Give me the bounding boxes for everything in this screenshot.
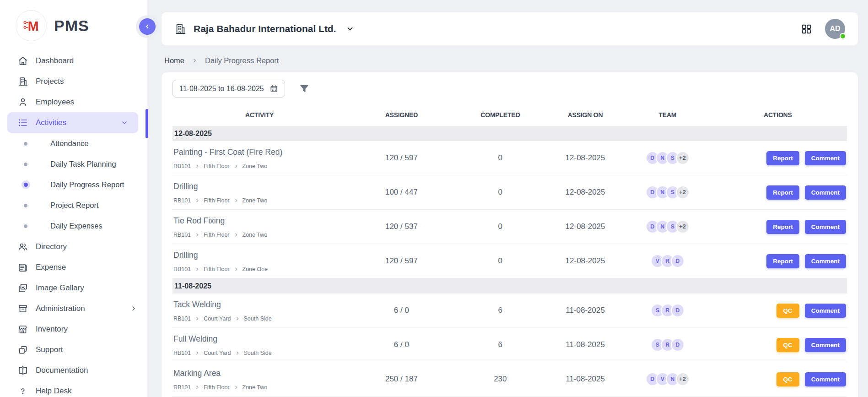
- sidebar-item-support[interactable]: Support: [0, 339, 147, 360]
- completed-cell: 6: [457, 340, 545, 349]
- sidebar-item-employees[interactable]: Employees: [0, 92, 147, 112]
- path-segment: Zone Two: [243, 384, 268, 391]
- assign-on-cell: 12-08-2025: [544, 222, 626, 231]
- sidebar-item-daily-task-planning[interactable]: Daily Task Planning: [0, 154, 147, 174]
- calendar-icon: [270, 84, 278, 93]
- completed-cell: 0: [457, 222, 545, 231]
- building-icon: [17, 76, 28, 87]
- actions-cell: ReportComment: [709, 220, 847, 234]
- sidebar: M PMS DashboardProjectsEmployeesActiviti…: [0, 0, 148, 397]
- brand: M PMS: [0, 0, 147, 47]
- list-icon: [17, 117, 28, 128]
- chevron-right-icon: [195, 385, 199, 390]
- date-group-header: 11-08-2025: [173, 278, 847, 294]
- sidebar-item-dashboard[interactable]: Dashboard: [0, 50, 147, 71]
- assign-on-cell: 11-08-2025: [544, 306, 626, 315]
- actions-cell: QCComment: [709, 372, 847, 386]
- activity-path: RB101Court YardSouth Side: [173, 315, 346, 322]
- activity-cell: DrillingRB101Fifth FloorZone One: [173, 250, 346, 272]
- table-row: DrillingRB101Fifth FloorZone One120 / 59…: [173, 244, 847, 278]
- sidebar-item-label: Support: [36, 345, 63, 354]
- active-section-indicator: [146, 109, 148, 138]
- comment-button[interactable]: Comment: [805, 372, 846, 386]
- sidebar-item-label: Help Desk: [36, 386, 71, 396]
- col-team: TEAM: [626, 111, 709, 119]
- chevron-down-icon: [346, 25, 354, 33]
- comment-button[interactable]: Comment: [805, 220, 846, 234]
- sidebar-item-inventory[interactable]: Inventory: [0, 319, 147, 339]
- assign-on-cell: 11-08-2025: [544, 340, 626, 349]
- sidebar-item-label: Attendance: [50, 139, 88, 148]
- activity-path: RB101Fifth FloorZone Two: [173, 384, 346, 391]
- team-more-badge[interactable]: +2: [676, 151, 690, 165]
- sidebar-item-attendance[interactable]: Attendance: [0, 133, 147, 154]
- sidebar-item-daily-expenses[interactable]: Daily Expenses: [0, 216, 147, 236]
- date-range-value: 11-08-2025 to 16-08-2025: [179, 85, 264, 93]
- chevron-right-icon: [195, 198, 199, 203]
- breadcrumb-home-link[interactable]: Home: [164, 56, 184, 65]
- filter-funnel-icon[interactable]: [299, 83, 310, 94]
- chevron-right-icon: [195, 267, 199, 272]
- report-button[interactable]: Report: [766, 185, 799, 200]
- sidebar-item-project-report[interactable]: Project Report: [0, 195, 147, 216]
- team-avatar[interactable]: D: [671, 254, 685, 268]
- sidebar-item-help-desk[interactable]: Help Desk: [0, 381, 147, 397]
- breadcrumb: Home Daily Progress Report: [164, 56, 858, 65]
- comment-button[interactable]: Comment: [805, 304, 846, 318]
- sidebar-collapse-button[interactable]: [139, 18, 156, 35]
- company-selector[interactable]: Raja Bahadur International Ltd.: [174, 23, 354, 35]
- path-segment: Zone Two: [243, 197, 268, 204]
- actions-cell: QCComment: [709, 338, 847, 352]
- sidebar-item-label: Administration: [36, 304, 85, 313]
- sidebar-item-expense[interactable]: Expense: [0, 257, 147, 277]
- path-segment: Fifth Floor: [204, 163, 229, 169]
- sidebar-item-label: Expense: [36, 263, 66, 272]
- path-segment: RB101: [173, 266, 191, 272]
- sidebar-item-projects[interactable]: Projects: [0, 71, 147, 92]
- comment-button[interactable]: Comment: [805, 185, 846, 200]
- home-icon: [17, 55, 28, 66]
- report-button[interactable]: Report: [766, 151, 799, 165]
- comment-button[interactable]: Comment: [805, 151, 846, 165]
- assign-on-cell: 11-08-2025: [544, 375, 626, 384]
- qc-button[interactable]: QC: [776, 372, 799, 386]
- sidebar-item-administration[interactable]: Administration: [0, 298, 147, 319]
- qc-button[interactable]: QC: [776, 304, 799, 318]
- comment-button[interactable]: Comment: [805, 254, 846, 268]
- activity-cell: Tie Rod FixingRB101Fifth FloorZone Two: [173, 215, 346, 238]
- assigned-cell: 250 / 187: [346, 375, 456, 384]
- completed-cell: 0: [457, 153, 545, 163]
- table-row: Painting - First Coat (Fire Red)RB101Fif…: [173, 141, 847, 175]
- sidebar-item-directory[interactable]: Directory: [0, 236, 147, 257]
- path-segment: Fifth Floor: [204, 266, 229, 272]
- online-status-dot: [840, 33, 846, 39]
- path-segment: South Side: [244, 315, 272, 322]
- team-avatar[interactable]: D: [671, 304, 685, 317]
- path-segment: Fifth Floor: [204, 232, 229, 238]
- comment-button[interactable]: Comment: [805, 338, 846, 352]
- qc-button[interactable]: QC: [776, 338, 799, 352]
- chevron-right-icon: [234, 267, 238, 272]
- sidebar-item-label: Daily Expenses: [50, 222, 102, 230]
- company-name: Raja Bahadur International Ltd.: [194, 23, 336, 34]
- sidebar-item-image-gallary[interactable]: Image Gallary: [0, 277, 147, 298]
- assigned-cell: 120 / 597: [346, 256, 456, 266]
- team-more-badge[interactable]: +2: [676, 372, 690, 386]
- path-segment: Fifth Floor: [204, 197, 229, 204]
- report-button[interactable]: Report: [766, 220, 799, 234]
- apps-grid-icon[interactable]: [801, 23, 812, 35]
- team-more-badge[interactable]: +2: [676, 185, 690, 199]
- team-cell: VRD: [626, 254, 709, 268]
- assign-on-cell: 12-08-2025: [544, 256, 626, 266]
- report-button[interactable]: Report: [766, 254, 799, 268]
- team-avatar[interactable]: D: [671, 338, 685, 352]
- activity-cell: Marking AreaRB101Fifth FloorZone Two: [173, 368, 346, 391]
- user-avatar[interactable]: AD: [825, 19, 845, 39]
- team-more-badge[interactable]: +2: [676, 220, 690, 234]
- sidebar-item-daily-progress-report[interactable]: Daily Progress Report: [0, 174, 147, 195]
- sidebar-item-documentation[interactable]: Documentation: [0, 360, 147, 381]
- activity-path: RB101Fifth FloorZone Two: [173, 232, 346, 238]
- book-icon: [17, 365, 28, 376]
- date-range-input[interactable]: 11-08-2025 to 16-08-2025: [173, 80, 285, 98]
- sidebar-item-activities[interactable]: Activities: [7, 112, 138, 133]
